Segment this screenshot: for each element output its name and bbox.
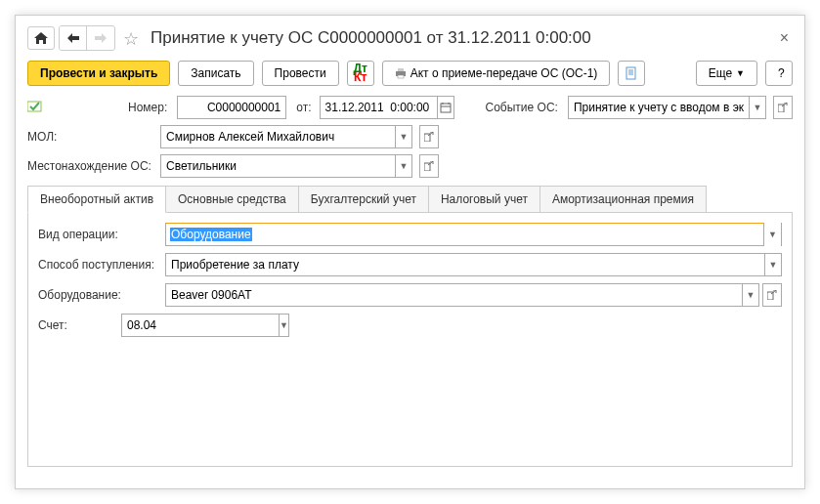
row-location: Местонахождение ОС: ▼	[27, 154, 793, 178]
number-input[interactable]	[177, 96, 286, 119]
home-button[interactable]	[27, 26, 55, 50]
receipt-method-input[interactable]	[165, 253, 764, 276]
tab-accounting[interactable]: Бухгалтерский учет	[298, 186, 429, 212]
receipt-method-group: ▼	[165, 253, 782, 276]
open-icon	[767, 290, 777, 300]
open-icon	[778, 103, 788, 112]
row-equipment: Оборудование: ▼	[38, 283, 782, 307]
operation-type-value[interactable]: Оборудование	[170, 228, 252, 241]
act-button[interactable]: Акт о приеме-передаче ОС (ОС-1)	[382, 61, 611, 86]
mol-label: МОЛ:	[27, 130, 156, 144]
location-group: ▼	[160, 154, 412, 178]
favorite-star-icon[interactable]: ☆	[123, 28, 143, 48]
account-dropdown[interactable]: ▼	[279, 314, 289, 337]
account-input[interactable]	[121, 314, 279, 337]
post-and-close-button[interactable]: Провести и закрыть	[27, 61, 170, 86]
equipment-dropdown[interactable]: ▼	[742, 283, 759, 307]
event-dropdown[interactable]: ▼	[749, 96, 766, 119]
receipt-method-label: Способ поступления:	[38, 258, 165, 272]
mol-open-button[interactable]	[419, 125, 439, 148]
window-title: Принятие к учету ОС С0000000001 от 31.12…	[151, 28, 591, 48]
printer-icon	[395, 67, 407, 79]
toolbar: Провести и закрыть Записать Провести ДтК…	[27, 61, 793, 86]
help-button[interactable]: ?	[765, 61, 793, 86]
date-picker-button[interactable]	[437, 96, 454, 119]
event-input[interactable]	[568, 96, 749, 119]
equipment-label: Оборудование:	[38, 288, 165, 302]
row-number: Номер: от: Событие ОС: ▼	[27, 96, 793, 119]
row-account: Счет: ▼	[38, 314, 782, 337]
row-receipt-method: Способ поступления: ▼	[38, 253, 782, 276]
receipt-method-dropdown[interactable]: ▼	[764, 253, 782, 276]
more-label: Еще	[709, 66, 732, 80]
svg-rect-3	[626, 67, 635, 79]
dtkt-icon: ДтКт	[353, 64, 367, 82]
mol-input[interactable]	[160, 125, 395, 148]
date-input[interactable]	[320, 96, 437, 119]
tab-content: Вид операции: Оборудование ▼ Способ пост…	[27, 213, 793, 467]
open-icon	[424, 132, 434, 142]
header: ☆ Принятие к учету ОС С0000000001 от 31.…	[27, 25, 793, 51]
chevron-down-icon: ▼	[736, 68, 745, 78]
equipment-group: ▼	[165, 283, 759, 307]
event-label: Событие ОС:	[486, 101, 558, 114]
equipment-input[interactable]	[165, 283, 742, 307]
post-button[interactable]: Провести	[262, 61, 339, 86]
row-mol: МОЛ: ▼	[27, 125, 793, 148]
location-dropdown[interactable]: ▼	[395, 154, 412, 178]
window: ☆ Принятие к учету ОС С0000000001 от 31.…	[15, 15, 805, 489]
location-input[interactable]	[160, 154, 395, 178]
calendar-icon	[440, 102, 452, 113]
row-operation-type: Вид операции: Оборудование ▼	[38, 223, 782, 246]
location-open-button[interactable]	[419, 154, 439, 178]
date-group	[320, 96, 454, 119]
operation-type-group: Оборудование ▼	[165, 223, 782, 246]
event-open-button[interactable]	[773, 96, 793, 119]
svg-rect-8	[441, 104, 451, 112]
mol-dropdown[interactable]: ▼	[395, 125, 412, 148]
mol-group: ▼	[160, 125, 412, 148]
open-icon	[424, 161, 434, 171]
tab-depreciation-bonus[interactable]: Амортизационная премия	[539, 186, 707, 212]
back-button[interactable]	[60, 26, 87, 50]
forward-button[interactable]	[87, 26, 114, 50]
tab-fixed-assets[interactable]: Основные средства	[165, 186, 299, 212]
tabs: Внеоборотный актив Основные средства Бух…	[27, 186, 793, 213]
event-group: ▼	[568, 96, 766, 119]
nav-group	[59, 25, 115, 51]
account-group: ▼	[121, 314, 219, 337]
close-button[interactable]: ×	[776, 29, 793, 47]
number-label: Номер:	[128, 101, 167, 114]
account-label: Счет:	[38, 318, 121, 332]
tab-noncurrent-asset[interactable]: Внеоборотный актив	[27, 186, 166, 213]
from-label: от:	[296, 101, 311, 114]
svg-rect-2	[398, 75, 404, 78]
document-icon	[626, 66, 637, 80]
tab-tax[interactable]: Налоговый учет	[428, 186, 540, 212]
act-label: Акт о приеме-передаче ОС (ОС-1)	[410, 66, 598, 80]
location-label: Местонахождение ОС:	[27, 159, 156, 173]
document-button[interactable]	[618, 61, 645, 86]
write-button[interactable]: Записать	[178, 61, 253, 86]
more-button[interactable]: Еще ▼	[696, 61, 757, 86]
svg-rect-1	[398, 68, 404, 71]
status-icon	[27, 100, 47, 115]
dtkt-button[interactable]: ДтКт	[347, 61, 374, 86]
operation-type-label: Вид операции:	[38, 228, 165, 241]
equipment-open-button[interactable]	[762, 283, 782, 307]
operation-type-dropdown[interactable]: ▼	[763, 223, 781, 246]
